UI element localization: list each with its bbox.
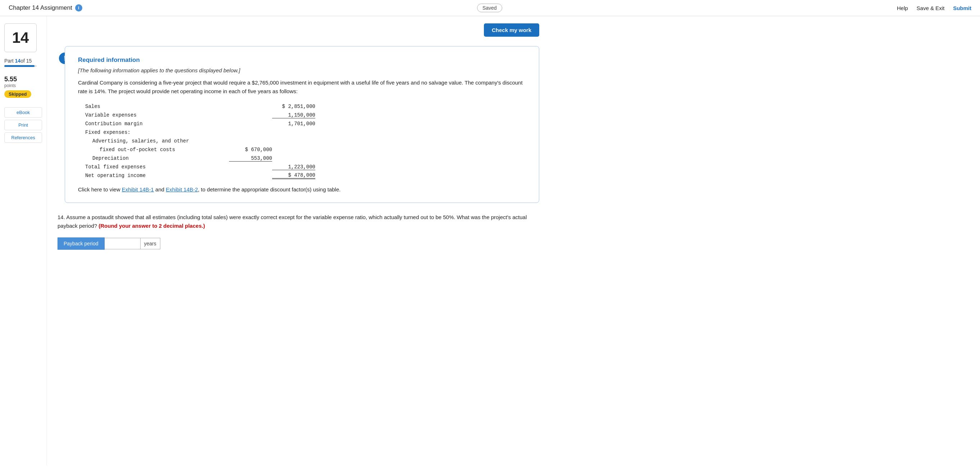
question-section: 14. Assume a postaudit showed that all e…: [57, 213, 539, 250]
net-operating-row: Net operating income $ 478,000: [85, 171, 526, 180]
required-info-box: Required information [The following info…: [65, 46, 539, 203]
progress-bar-fill: [4, 65, 35, 67]
exhibit-and: and: [154, 186, 166, 193]
content: Check my work ! Required information [Th…: [47, 16, 550, 465]
progress-bar-container: [4, 65, 37, 67]
payback-unit: years: [140, 238, 160, 249]
sales-value: $ 2,851,000: [272, 104, 315, 109]
info-icon[interactable]: i: [75, 4, 82, 11]
payback-period-label: Payback period: [57, 237, 105, 250]
references-link[interactable]: References: [4, 132, 42, 143]
sales-row: Sales $ 2,851,000: [85, 102, 526, 111]
question-highlight: (Round your answer to 2 decimal places.): [99, 223, 205, 229]
fixed-expenses-header: Fixed expenses:: [85, 129, 229, 135]
contribution-margin-row: Contribution margin 1,701,000: [85, 120, 526, 128]
header-left: Chapter 14 Assignment i: [9, 4, 82, 11]
advertising-sub-row: fixed out-of-pocket costs $ 670,000: [85, 145, 526, 154]
variable-expenses-row: Variable expenses 1,150,000: [85, 111, 526, 120]
total-fixed-label: Total fixed expenses: [85, 164, 229, 170]
points-label: points: [4, 83, 42, 88]
chapter-title: Chapter 14 Assignment: [9, 4, 72, 11]
header: Chapter 14 Assignment i Saved Help Save …: [0, 0, 980, 16]
part-info: Part 14of 15: [4, 58, 42, 67]
depreciation-label: Depreciation: [85, 155, 229, 161]
exhibit-text-after: , to determine the appropriate discount …: [198, 186, 341, 193]
total-fixed-row: Total fixed expenses 1,223,000: [85, 163, 526, 171]
check-my-work-button[interactable]: Check my work: [484, 23, 539, 37]
contribution-margin-label: Contribution margin: [85, 121, 229, 127]
part-number: 14: [15, 58, 21, 64]
question-number-box: 14: [4, 23, 37, 52]
net-operating-label: Net operating income: [85, 173, 229, 179]
variable-expenses-label: Variable expenses: [85, 112, 229, 118]
ebook-link[interactable]: eBook: [4, 107, 42, 118]
exhibit-text-before: Click here to view: [78, 186, 122, 193]
saved-badge: Saved: [477, 3, 502, 12]
payback-period-input[interactable]: [105, 238, 140, 249]
sales-label: Sales: [85, 104, 229, 109]
advertising-value: $ 670,000: [229, 147, 272, 153]
exhibit-14b1-link[interactable]: Exhibit 14B-1: [122, 186, 154, 193]
question-text: 14. Assume a postaudit showed that all e…: [57, 213, 539, 230]
required-info-wrapper: ! Required information [The following in…: [65, 46, 539, 203]
variable-expenses-value: 1,150,000: [272, 112, 315, 118]
depreciation-row: Depreciation 553,000: [85, 154, 526, 163]
main-layout: 14 Part 14of 15 5.55 points Skipped eBoo…: [0, 16, 980, 465]
advertising-row: Advertising, salaries, and other: [85, 137, 526, 145]
part-of: of 15: [21, 58, 32, 64]
advertising-sub-label: fixed out-of-pocket costs: [85, 147, 229, 153]
skipped-badge: Skipped: [4, 90, 31, 98]
advertising-label: Advertising, salaries, and other: [85, 138, 229, 144]
required-info-title: Required information: [78, 56, 526, 64]
financial-table: Sales $ 2,851,000 Variable expenses 1,15…: [85, 102, 526, 180]
answer-row: Payback period years: [57, 237, 539, 250]
points-value: 5.55: [4, 76, 42, 83]
points-section: 5.55 points Skipped: [4, 76, 42, 98]
print-link[interactable]: Print: [4, 120, 42, 130]
part-prefix: Part: [4, 58, 15, 64]
question-number: 14: [12, 29, 29, 46]
fixed-expenses-header-row: Fixed expenses:: [85, 128, 526, 137]
sidebar: 14 Part 14of 15 5.55 points Skipped eBoo…: [0, 16, 47, 465]
question-number-inline: 14.: [57, 214, 66, 220]
submit-link[interactable]: Submit: [953, 5, 971, 11]
required-info-subtitle: [The following information applies to th…: [78, 67, 526, 73]
part-label: Part 14of 15: [4, 58, 42, 64]
depreciation-value: 553,000: [229, 155, 272, 161]
exhibit-links: Click here to view Exhibit 14B-1 and Exh…: [78, 186, 526, 193]
header-center: Saved: [477, 3, 502, 12]
header-right: Help Save & Exit Submit: [897, 5, 971, 11]
sidebar-links: eBook Print References: [4, 107, 42, 143]
total-fixed-value: 1,223,000: [272, 164, 315, 170]
contribution-margin-value: 1,701,000: [272, 121, 315, 127]
required-info-body: Cardinal Company is considering a five-y…: [78, 78, 526, 96]
exhibit-14b2-link[interactable]: Exhibit 14B-2: [166, 186, 198, 193]
save-exit-link[interactable]: Save & Exit: [917, 5, 945, 11]
net-operating-value: $ 478,000: [272, 172, 315, 179]
help-link[interactable]: Help: [897, 5, 908, 11]
